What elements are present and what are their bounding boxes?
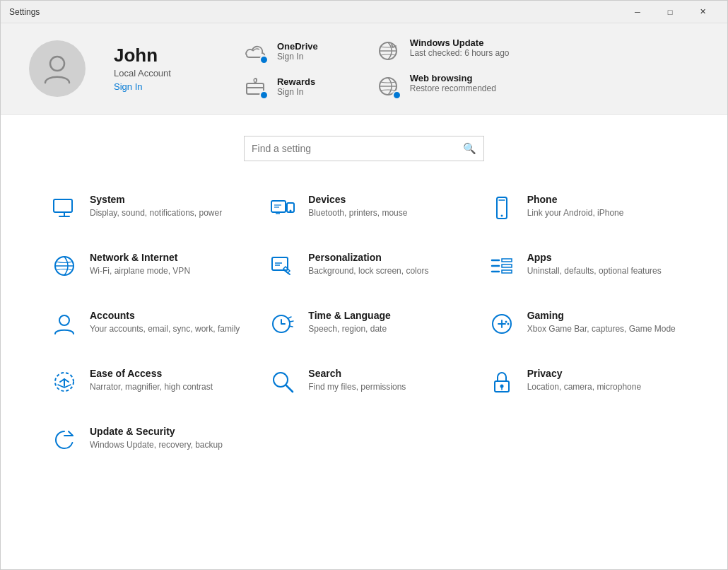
svg-point-12 (59, 315, 69, 325)
account-name: John (114, 45, 171, 66)
system-icon (50, 194, 78, 222)
privacy-icon (488, 368, 516, 396)
settings-item-update[interactable]: Update & Security Windows Update, recove… (43, 414, 247, 465)
settings-item-gaming[interactable]: Gaming Xbox Game Bar, captures, Game Mod… (481, 298, 685, 349)
settings-item-ease[interactable]: Ease of Access Narrator, magnifier, high… (43, 356, 247, 407)
update-icon (50, 426, 78, 454)
maximize-button[interactable]: □ (654, 1, 686, 23)
svg-point-15 (505, 321, 507, 323)
time-text: Time & Language Speech, region, date (308, 310, 390, 335)
privacy-title: Privacy (527, 368, 641, 379)
search-box[interactable]: 🔍 (244, 136, 484, 161)
ease-desc: Narrator, magnifier, high contrast (90, 381, 213, 393)
settings-item-system[interactable]: System Display, sound, notifications, po… (43, 182, 247, 233)
phone-title: Phone (527, 194, 624, 205)
svg-rect-11 (272, 257, 288, 270)
accounts-icon (50, 310, 78, 338)
ease-text: Ease of Access Narrator, magnifier, high… (90, 368, 213, 393)
privacy-text: Privacy Location, camera, microphone (527, 368, 641, 393)
onedrive-service[interactable]: OneDrive Sign In (242, 37, 318, 64)
header-services: OneDrive Sign In Rewards Sign In (242, 37, 318, 100)
search-settings-icon (269, 368, 297, 396)
system-text: System Display, sound, notifications, po… (90, 194, 222, 219)
close-button[interactable]: ✕ (686, 1, 719, 23)
avatar (29, 40, 86, 97)
personalization-icon (269, 252, 297, 280)
settings-grid: System Display, sound, notifications, po… (1, 175, 727, 472)
phone-desc: Link your Android, iPhone (527, 207, 624, 219)
time-title: Time & Language (308, 310, 390, 321)
web-browsing-status-dot (392, 91, 401, 100)
sign-in-link[interactable]: Sign In (114, 81, 142, 92)
settings-item-personalization[interactable]: Personalization Background, lock screen,… (262, 240, 466, 291)
settings-item-network[interactable]: Network & Internet Wi-Fi, airplane mode,… (43, 240, 247, 291)
settings-item-accounts[interactable]: Accounts Your accounts, email, sync, wor… (43, 298, 247, 349)
minimize-button[interactable]: ─ (621, 1, 654, 23)
personalization-title: Personalization (308, 252, 428, 263)
personalization-text: Personalization Background, lock screen,… (308, 252, 428, 277)
svg-point-9 (500, 215, 503, 217)
settings-item-privacy[interactable]: Privacy Location, camera, microphone (481, 356, 685, 407)
accounts-text: Accounts Your accounts, email, sync, wor… (90, 310, 240, 335)
search-settings-desc: Find my files, permissions (308, 381, 406, 393)
rewards-status-dot (259, 91, 269, 100)
rewards-icon-wrap (242, 73, 269, 100)
web-browsing-desc: Restore recommended (410, 83, 496, 93)
search-settings-title: Search (308, 368, 406, 379)
settings-item-search[interactable]: Search Find my files, permissions (262, 356, 466, 407)
account-info: John Local Account Sign In (114, 45, 171, 93)
system-title: System (90, 194, 222, 205)
svg-point-7 (290, 210, 292, 212)
network-desc: Wi-Fi, airplane mode, VPN (90, 265, 190, 277)
rewards-service[interactable]: Rewards Sign In (242, 73, 318, 100)
window-controls: ─ □ ✕ (621, 1, 719, 23)
header-area: John Local Account Sign In OneDrive Sign… (1, 23, 727, 115)
update-title: Update & Security (90, 426, 223, 437)
web-browsing-name: Web browsing (410, 73, 496, 83)
windows-update-name: Windows Update (410, 37, 510, 48)
accounts-title: Accounts (90, 310, 240, 321)
settings-item-apps[interactable]: Apps Uninstall, defaults, optional featu… (481, 240, 685, 291)
windows-update-desc: Last checked: 6 hours ago (410, 48, 510, 58)
svg-point-0 (50, 57, 64, 71)
rewards-info: Rewards Sign In (277, 76, 315, 97)
apps-title: Apps (527, 252, 662, 263)
network-title: Network & Internet (90, 252, 190, 263)
phone-text: Phone Link your Android, iPhone (527, 194, 624, 219)
rewards-desc: Sign In (277, 87, 315, 97)
settings-item-phone[interactable]: Phone Link your Android, iPhone (481, 182, 685, 233)
devices-icon (269, 194, 297, 222)
svg-point-18 (274, 373, 288, 387)
update-text: Update & Security Windows Update, recove… (90, 426, 223, 451)
svg-rect-5 (271, 201, 286, 212)
svg-point-16 (507, 323, 509, 325)
apps-desc: Uninstall, defaults, optional features (527, 265, 662, 277)
svg-rect-4 (54, 199, 72, 212)
apps-icon (488, 252, 516, 280)
account-type: Local Account (114, 68, 171, 78)
title-bar: Settings ─ □ ✕ (1, 1, 727, 23)
settings-item-devices[interactable]: Devices Bluetooth, printers, mouse (262, 182, 466, 233)
devices-title: Devices (308, 194, 407, 205)
devices-text: Devices Bluetooth, printers, mouse (308, 194, 407, 219)
search-area: 🔍 (1, 115, 727, 175)
header-updates: Windows Update Last checked: 6 hours ago… (375, 37, 510, 100)
search-icon: 🔍 (463, 142, 476, 155)
onedrive-status-dot (259, 55, 269, 64)
time-desc: Speech, region, date (308, 323, 390, 335)
web-browsing-item[interactable]: Web browsing Restore recommended (375, 73, 510, 100)
windows-update-info: Windows Update Last checked: 6 hours ago (410, 37, 510, 58)
windows-update-icon-wrap (375, 37, 401, 64)
web-browsing-info: Web browsing Restore recommended (410, 73, 496, 93)
personalization-desc: Background, lock screen, colors (308, 265, 428, 277)
onedrive-info: OneDrive Sign In (277, 41, 318, 62)
network-text: Network & Internet Wi-Fi, airplane mode,… (90, 252, 190, 277)
phone-icon (488, 194, 516, 222)
web-browsing-icon-wrap (375, 73, 401, 100)
app-title: Settings (9, 7, 40, 17)
onedrive-desc: Sign In (277, 52, 318, 62)
apps-text: Apps Uninstall, defaults, optional featu… (527, 252, 662, 277)
windows-update-item[interactable]: Windows Update Last checked: 6 hours ago (375, 37, 510, 64)
search-input[interactable] (252, 143, 463, 154)
settings-item-time[interactable]: Time & Language Speech, region, date (262, 298, 466, 349)
